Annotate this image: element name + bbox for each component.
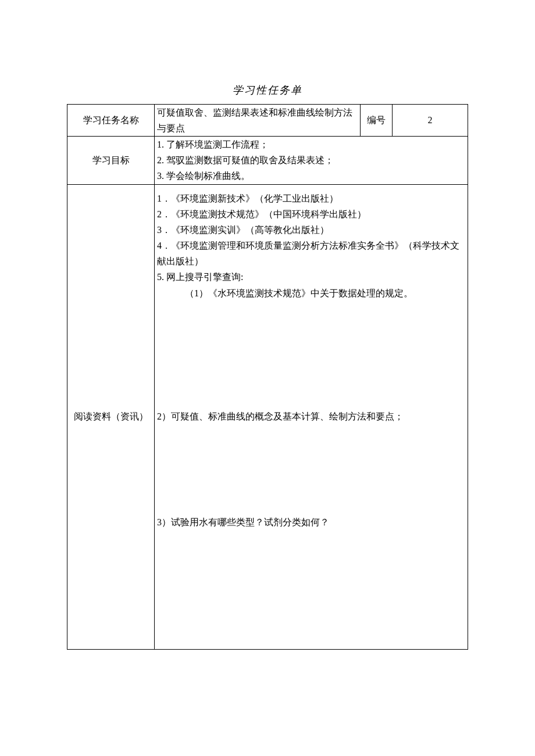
goals-content: 1. 了解环境监测工作流程； 2. 驾驭监测数据可疑值的取舍及结果表述； 3. … xyxy=(155,136,468,184)
reading-content: 1．《环境监测新技术》（化学工业出版社） 2．《环境监测技术规范》（中国环境科学… xyxy=(155,184,468,649)
ref-item: 4．《环境监测管理和环境质量监测分析方法标准实务全书》（科学技术文献出版社） xyxy=(157,238,465,269)
row-task-name: 学习任务名称 可疑值取舍、监测结果表述和标准曲线绘制方法与要点 编号 2 xyxy=(67,104,468,136)
question-item: 2）可疑值、标准曲线的概念及基本计算、绘制方法和要点； xyxy=(157,409,465,424)
page-title: 学习性任务单 xyxy=(67,81,468,99)
goal-item: 1. 了解环境监测工作流程； xyxy=(157,137,465,152)
task-name-label: 学习任务名称 xyxy=(67,104,155,136)
number-value: 2 xyxy=(393,104,468,136)
task-table: 学习任务名称 可疑值取舍、监测结果表述和标准曲线绘制方法与要点 编号 2 学习目… xyxy=(67,104,468,650)
row-goals: 学习目标 1. 了解环境监测工作流程； 2. 驾驭监测数据可疑值的取舍及结果表述… xyxy=(67,136,468,184)
number-label: 编号 xyxy=(361,104,393,136)
goals-label: 学习目标 xyxy=(67,136,155,184)
spacer xyxy=(157,424,465,514)
task-name-value: 可疑值取舍、监测结果表述和标准曲线绘制方法与要点 xyxy=(155,104,361,136)
ref-item: 1．《环境监测新技术》（化学工业出版社） xyxy=(157,191,465,206)
ref-subitem: （1）《水环境监测技术规范》中关于数据处理的规定。 xyxy=(157,285,465,301)
ref-item: 5. 网上搜寻引擎查询: xyxy=(157,269,465,285)
ref-item: 3．《环境监测实训》（高等教化出版社） xyxy=(157,222,465,238)
question-item: 3）试验用水有哪些类型？试剂分类如何？ xyxy=(157,514,465,530)
row-reading: 阅读资料（资讯） 1．《环境监测新技术》（化学工业出版社） 2．《环境监测技术规… xyxy=(67,184,468,649)
reading-label: 阅读资料（资讯） xyxy=(67,184,155,649)
goal-item: 3. 学会绘制标准曲线。 xyxy=(157,168,465,184)
goal-item: 2. 驾驭监测数据可疑值的取舍及结果表述； xyxy=(157,152,465,168)
ref-item: 2．《环境监测技术规范》（中国环境科学出版社） xyxy=(157,206,465,222)
spacer xyxy=(157,301,465,409)
